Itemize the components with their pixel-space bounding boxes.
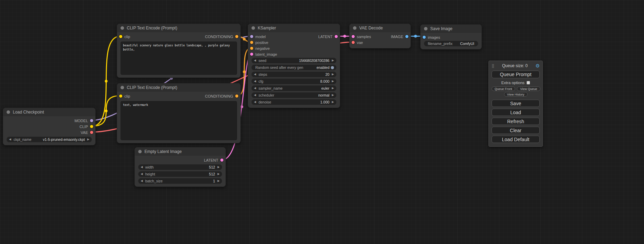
output-slot-model[interactable]: MODEL	[74, 119, 93, 123]
increment-arrow-icon[interactable]: ▶	[87, 137, 89, 142]
increment-arrow-icon[interactable]: ▶	[332, 92, 334, 98]
slot-dot-clip[interactable]	[119, 94, 122, 98]
widget-height[interactable]: ◀ height 512 ▶	[138, 171, 222, 177]
widget-width[interactable]: ◀ width 512 ▶	[138, 164, 222, 170]
increment-arrow-icon[interactable]: ▶	[332, 72, 334, 77]
output-slot-conditioning[interactable]: CONDITIONING	[205, 94, 238, 98]
collapse-dot-icon[interactable]	[353, 26, 356, 30]
collapse-dot-icon[interactable]	[121, 26, 124, 30]
slot-dot-latent[interactable]	[220, 159, 223, 162]
decrement-arrow-icon[interactable]: ◀	[141, 164, 143, 170]
widget-scheduler[interactable]: ◀ scheduler normal ▶	[252, 92, 336, 98]
widget-steps[interactable]: ◀ steps 20 ▶	[252, 72, 336, 77]
load-button[interactable]: Load	[492, 109, 540, 116]
input-slot-samples[interactable]: samples	[352, 35, 371, 39]
increment-arrow-icon[interactable]: ▶	[332, 99, 334, 105]
node-title-bar[interactable]: VAE Decode	[350, 24, 411, 32]
decrement-arrow-icon[interactable]: ◀	[9, 137, 11, 142]
queue-prompt-button[interactable]: Queue Prompt	[492, 71, 540, 78]
output-slot-vae[interactable]: VAE	[81, 130, 93, 135]
collapse-dot-icon[interactable]	[7, 110, 10, 114]
slot-dot-vae[interactable]	[352, 41, 355, 44]
toggle-indicator-icon[interactable]	[331, 66, 334, 69]
decrement-arrow-icon[interactable]: ◀	[254, 99, 256, 105]
collapse-dot-icon[interactable]	[121, 86, 124, 89]
collapse-dot-icon[interactable]	[424, 27, 427, 30]
widget-ckpt-name[interactable]: ◀ ckpt_name v1-5-pruned-emaonly.ckpt ▶	[7, 137, 92, 142]
node-title-bar[interactable]: KSampler	[248, 24, 340, 32]
input-slot-model[interactable]: model	[250, 35, 266, 39]
prompt-text-input[interactable]: beautiful scenery nature glass bottle la…	[121, 42, 237, 75]
slot-dot-conditioning[interactable]	[235, 35, 238, 38]
decrement-arrow-icon[interactable]: ◀	[254, 79, 256, 84]
widget-seed[interactable]: ◀ seed 156680208700286 ▶	[252, 58, 336, 63]
increment-arrow-icon[interactable]: ▶	[218, 178, 220, 184]
decrement-arrow-icon[interactable]: ◀	[254, 92, 256, 98]
increment-arrow-icon[interactable]: ▶	[218, 164, 220, 170]
prompt-text-input[interactable]: text, watermark	[121, 101, 237, 140]
widget-filename-prefix[interactable]: filename_prefix ComfyUI	[424, 41, 478, 46]
slot-dot-latent[interactable]	[250, 53, 253, 56]
input-slot-latent-image[interactable]: latent_image	[250, 52, 277, 56]
increment-arrow-icon[interactable]: ▶	[332, 58, 334, 63]
node-title-bar[interactable]: CLIP Text Encode (Prompt)	[117, 83, 240, 92]
slot-dot-conditioning[interactable]	[250, 47, 253, 50]
slot-dot-conditioning[interactable]	[235, 94, 238, 98]
output-slot-clip[interactable]: CLIP	[80, 125, 93, 129]
node-save-image[interactable]: Save Image images filename_prefix ComfyU…	[420, 24, 482, 49]
input-slot-images[interactable]: images	[423, 35, 440, 39]
widget-cfg[interactable]: ◀ cfg 8.000 ▶	[252, 79, 336, 84]
slot-dot-clip[interactable]	[90, 125, 93, 128]
node-title-bar[interactable]: Load Checkpoint	[3, 108, 95, 116]
slot-dot-model[interactable]	[90, 119, 93, 122]
node-clip-text-encode-negative[interactable]: CLIP Text Encode (Prompt) clip CONDITION…	[117, 83, 241, 143]
load-default-button[interactable]: Load Default	[492, 136, 540, 143]
settings-gear-icon[interactable]: ⚙	[535, 63, 540, 69]
collapse-dot-icon[interactable]	[138, 150, 142, 153]
slot-dot-latent[interactable]	[352, 35, 355, 38]
slot-dot-vae[interactable]	[90, 131, 93, 134]
widget-denoise[interactable]: ◀ denoise 1.000 ▶	[252, 99, 336, 105]
input-slot-clip[interactable]: clip	[119, 94, 130, 98]
widget-random-seed-toggle[interactable]: Random seed after every gen enabled	[252, 65, 336, 70]
node-title-bar[interactable]: Save Image	[421, 25, 482, 33]
slot-dot-conditioning[interactable]	[250, 41, 253, 44]
output-slot-latent[interactable]: LATENT	[318, 35, 338, 39]
slot-dot-image[interactable]	[423, 36, 426, 39]
clear-button[interactable]: Clear	[492, 127, 540, 134]
slot-dot-image[interactable]	[405, 35, 408, 38]
view-queue-button[interactable]: View Queue	[517, 87, 540, 91]
input-slot-positive[interactable]: positive	[250, 40, 268, 45]
input-slot-clip[interactable]: clip	[119, 35, 130, 39]
decrement-arrow-icon[interactable]: ◀	[141, 178, 143, 184]
increment-arrow-icon[interactable]: ▶	[332, 79, 334, 84]
node-vae-decode[interactable]: VAE Decode samples IMAGE vae	[349, 24, 411, 48]
input-slot-negative[interactable]: negative	[250, 46, 270, 51]
drag-handle-icon[interactable]: ⣿	[492, 64, 494, 68]
node-clip-text-encode-positive[interactable]: CLIP Text Encode (Prompt) clip CONDITION…	[117, 24, 241, 78]
widget-sampler-name[interactable]: ◀ sampler_name euler ▶	[252, 85, 336, 91]
extra-options-checkbox[interactable]	[527, 81, 530, 84]
save-button[interactable]: Save	[492, 100, 540, 107]
node-empty-latent-image[interactable]: Empty Latent Image LATENT ◀ width 512 ▶ …	[134, 147, 226, 187]
output-slot-image[interactable]: IMAGE	[391, 35, 408, 39]
increment-arrow-icon[interactable]: ▶	[332, 85, 334, 91]
graph-canvas[interactable]: Load Checkpoint MODEL CLIP VAE	[0, 0, 644, 244]
input-slot-vae[interactable]: vae	[352, 40, 363, 45]
slot-dot-model[interactable]	[250, 35, 253, 38]
view-history-button[interactable]: View History	[504, 92, 528, 97]
decrement-arrow-icon[interactable]: ◀	[254, 85, 256, 91]
slot-dot-latent[interactable]	[335, 35, 338, 38]
widget-batch-size[interactable]: ◀ batch_size 1 ▶	[138, 178, 222, 184]
increment-arrow-icon[interactable]: ▶	[218, 171, 220, 177]
node-load-checkpoint[interactable]: Load Checkpoint MODEL CLIP VAE	[3, 108, 96, 145]
collapse-dot-icon[interactable]	[252, 26, 255, 30]
output-slot-conditioning[interactable]: CONDITIONING	[205, 35, 238, 39]
node-title-bar[interactable]: CLIP Text Encode (Prompt)	[117, 24, 240, 32]
queue-front-button[interactable]: Queue Front	[492, 87, 515, 91]
slot-dot-clip[interactable]	[119, 35, 122, 38]
node-title-bar[interactable]: Empty Latent Image	[135, 147, 226, 156]
refresh-button[interactable]: Refresh	[492, 118, 540, 125]
output-slot-latent[interactable]: LATENT	[204, 158, 223, 162]
decrement-arrow-icon[interactable]: ◀	[254, 72, 256, 77]
